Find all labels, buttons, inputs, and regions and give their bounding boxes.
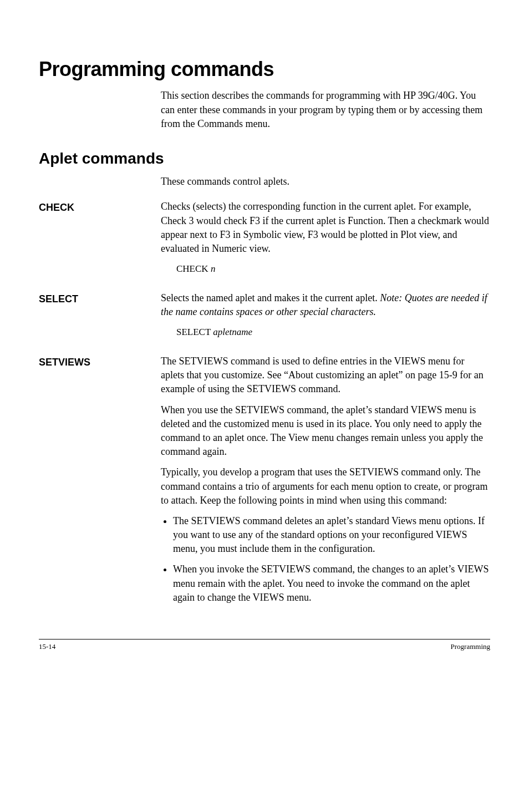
footer-page: 15-14 [39, 642, 55, 652]
select-section: SELECT Selects the named aplet and makes… [39, 291, 490, 343]
check-body: Checks (selects) the corresponding funct… [161, 200, 490, 280]
setviews-body: The SETVIEWS command is used to define e… [161, 354, 490, 611]
sub-heading: Aplet commands [39, 148, 490, 169]
sub-intro: These commands control aplets. [161, 175, 490, 189]
main-intro: This section describes the commands for … [161, 89, 490, 131]
check-syntax-arg: n [211, 263, 216, 274]
select-syntax-cmd: SELECT [176, 327, 213, 337]
setviews-p3: Typically, you develop a program that us… [161, 465, 490, 507]
setviews-list: The SETVIEWS command deletes an aplet’s … [161, 514, 490, 605]
check-label: CHECK [39, 200, 161, 280]
check-text: Checks (selects) the corresponding funct… [161, 200, 490, 256]
setviews-label: SETVIEWS [39, 354, 161, 611]
select-syntax: SELECT apletname [176, 326, 490, 339]
setviews-p1: The SETVIEWS command is used to define e… [161, 354, 490, 397]
check-syntax-cmd: CHECK [176, 263, 211, 274]
setviews-p2: When you use the SETVIEWS command, the a… [161, 403, 490, 459]
footer-chapter: Programming [451, 642, 491, 652]
check-section: CHECK Checks (selects) the corresponding… [39, 200, 490, 280]
select-label: SELECT [39, 291, 161, 343]
list-item: The SETVIEWS command deletes an aplet’s … [173, 514, 490, 556]
setviews-section: SETVIEWS The SETVIEWS command is used to… [39, 354, 490, 611]
select-body: Selects the named aplet and makes it the… [161, 291, 490, 343]
select-text: Selects the named aplet and makes it the… [161, 291, 490, 319]
check-syntax: CHECK n [176, 262, 490, 276]
select-note-label: Note: [380, 292, 405, 303]
select-syntax-arg: apletname [213, 327, 252, 337]
main-heading: Programming commands [39, 55, 490, 83]
page-footer: 15-14 Programming [39, 639, 490, 652]
list-item: When you invoke the SETVIEWS command, th… [173, 562, 490, 605]
select-body-pre: Selects the named aplet and makes it the… [161, 292, 380, 303]
